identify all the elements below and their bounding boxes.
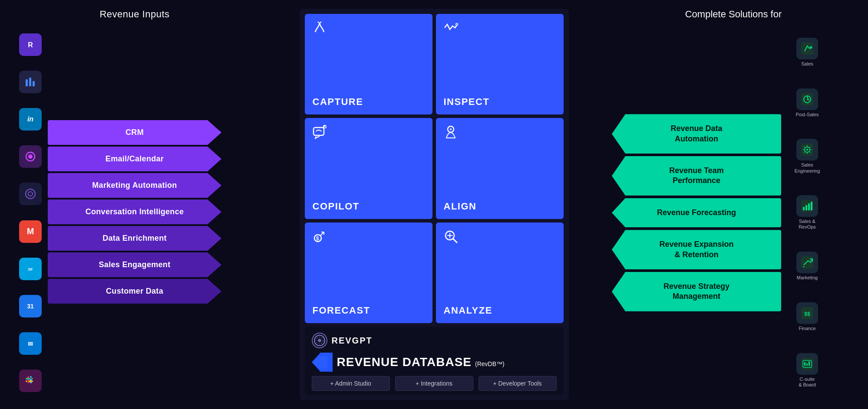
marketing-automation-item: Marketing Automation › xyxy=(48,173,221,198)
svg-point-7 xyxy=(26,189,35,199)
marketing-icon-item: Marketing xyxy=(796,252,818,281)
revenue-inputs-stack: CRM › Email/Calendar › Marketing Automat… xyxy=(48,120,221,305)
svg-point-26 xyxy=(450,128,452,130)
svg-rect-56 xyxy=(809,361,810,366)
email-calendar-item: Email/Calendar › xyxy=(48,147,221,171)
revdb-suffix: (RevDB™) xyxy=(475,360,505,367)
svg-point-35 xyxy=(318,339,321,342)
solution-3: › Revenue Expansion& Retention xyxy=(612,230,781,269)
revdb-main-label: REVENUE DATABASE xyxy=(337,355,472,369)
arrow-right-3: › xyxy=(230,206,234,218)
postsales-icon-item: Post-Sales xyxy=(795,88,818,118)
svg-rect-55 xyxy=(806,363,808,366)
right-icons-column: Sales Post-Sales xyxy=(785,28,829,398)
analyze-module: ANALYZE xyxy=(436,222,564,323)
capture-label: CAPTURE xyxy=(313,96,363,108)
arrow-left-4: › xyxy=(599,285,602,298)
svg-rect-2 xyxy=(26,79,28,86)
sales-eng-icon xyxy=(796,139,818,160)
solution-2: › Revenue Forecasting xyxy=(612,198,781,227)
main-layout: Revenue Inputs R xyxy=(0,0,868,409)
center-section: CAPTURE INSPECT xyxy=(300,9,569,400)
app-icons-column: R in xyxy=(13,28,48,398)
sales-icon xyxy=(796,38,818,59)
sales-revops-icon xyxy=(796,195,818,217)
capture-icon xyxy=(312,20,327,39)
arrow-left-2: › xyxy=(599,206,602,219)
left-content: R in xyxy=(13,28,256,398)
svg-rect-46 xyxy=(805,205,807,210)
align-icon xyxy=(443,124,459,143)
linkedin-icon: in xyxy=(19,108,42,131)
finance-icon-item: $$ Finance xyxy=(796,302,818,331)
data-enrichment-item: Data Enrichment › xyxy=(48,226,221,251)
sales-icon-item: Sales xyxy=(796,38,818,67)
svg-point-43 xyxy=(806,149,808,151)
align-label: ALIGN xyxy=(444,201,477,212)
svg-text:✉: ✉ xyxy=(28,340,33,347)
svg-rect-18 xyxy=(31,378,33,380)
developer-tools-btn[interactable]: + Developer Tools xyxy=(479,376,557,391)
prospect-icon xyxy=(19,183,42,205)
revdb-row: REVENUE DATABASE (RevDB™) xyxy=(312,353,557,372)
svg-rect-20 xyxy=(28,380,33,382)
calendar-icon: 31 xyxy=(19,295,42,317)
svg-text:$: $ xyxy=(316,236,319,242)
arrow-right-4: › xyxy=(230,233,234,244)
sales-revops-label: Sales &RevOps xyxy=(799,219,816,230)
arrow-right-5: › xyxy=(230,259,234,271)
postsales-icon xyxy=(796,88,818,110)
arrow-right-2: › xyxy=(230,180,234,191)
arrow-left-0: › xyxy=(599,128,602,140)
arrow-left-1: › xyxy=(599,170,602,182)
svg-rect-48 xyxy=(811,202,812,210)
modules-grid: CAPTURE INSPECT xyxy=(305,14,564,323)
svg-marker-37 xyxy=(312,356,327,368)
csuite-icon-item: C-suite& Board xyxy=(796,353,818,388)
right-content: › Revenue DataAutomation › Revenue TeamP… xyxy=(612,28,855,398)
marketing-icon xyxy=(796,252,818,273)
svg-text:$$: $$ xyxy=(804,311,810,317)
solution-0: › Revenue DataAutomation xyxy=(612,114,781,154)
svg-text:SF: SF xyxy=(28,267,33,272)
finance-icon: $$ xyxy=(796,302,818,324)
copilot-label: COPILOT xyxy=(313,201,360,212)
arrow-right-6: › xyxy=(230,286,234,297)
svg-point-6 xyxy=(28,154,33,159)
copilot-icon xyxy=(312,124,327,143)
outreach-icon xyxy=(19,145,42,168)
inspect-module: INSPECT xyxy=(436,14,564,115)
outlook-icon: ✉ xyxy=(19,332,42,355)
arrow-left-3: › xyxy=(599,243,602,256)
sales-eng-label: SalesEngineering xyxy=(795,162,820,173)
svg-point-22 xyxy=(456,24,457,25)
svg-rect-54 xyxy=(804,362,805,366)
svg-text:R: R xyxy=(28,41,33,49)
finance-label: Finance xyxy=(799,326,815,331)
svg-rect-47 xyxy=(808,203,810,210)
forecast-label: FORECAST xyxy=(313,305,370,316)
align-module: ALIGN xyxy=(436,118,564,219)
tools-row: + Admin Studio + Integrations + Develope… xyxy=(312,376,557,391)
solutions-stack: › Revenue DataAutomation › Revenue TeamP… xyxy=(612,114,781,311)
integrations-btn[interactable]: + Integrations xyxy=(395,376,473,391)
customer-data-item: Customer Data › xyxy=(48,279,221,304)
svg-rect-15 xyxy=(30,376,32,378)
right-title: Complete Solutions for xyxy=(685,9,782,20)
bottom-panel: REVGPT REVENUE DATABASE (RevDB™) xyxy=(305,327,564,395)
sales-engagement-item: Sales Engagement › xyxy=(48,252,221,277)
revgpt-icon xyxy=(312,333,327,348)
slack-icon xyxy=(19,370,42,392)
copilot-module: COPILOT xyxy=(305,118,432,219)
admin-studio-btn[interactable]: + Admin Studio xyxy=(312,376,390,391)
solution-4: › Revenue StrategyManagement xyxy=(612,272,781,311)
svg-rect-19 xyxy=(26,380,27,382)
gmail-icon: M xyxy=(19,220,42,243)
crm-item: CRM › xyxy=(48,120,221,145)
solution-1: › Revenue TeamPerformance xyxy=(612,156,781,196)
forecast-module: $ FORECAST xyxy=(305,222,432,323)
svg-rect-23 xyxy=(314,128,324,135)
arrow-right-0: › xyxy=(230,127,234,138)
csuite-icon xyxy=(796,353,818,375)
postsales-label: Post-Sales xyxy=(795,112,818,118)
